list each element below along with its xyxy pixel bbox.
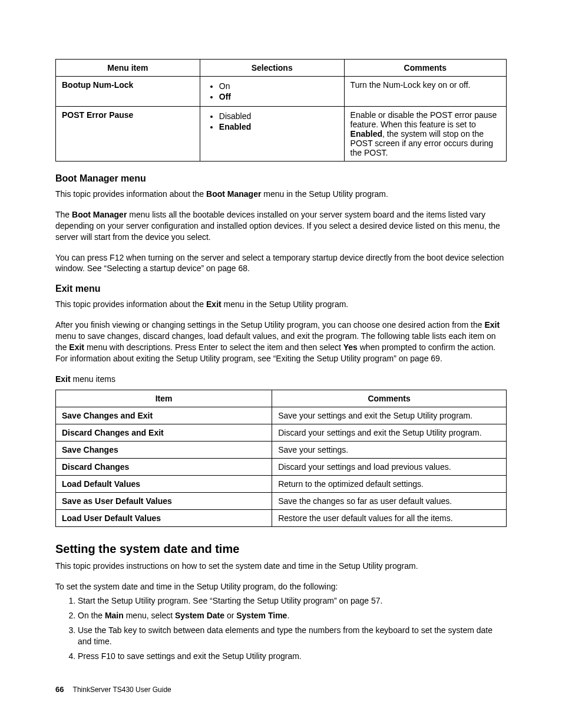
table-row: Discard ChangesDiscard your settings and…: [56, 458, 507, 475]
comments-cell: Save the changes so far as user default …: [272, 492, 507, 509]
menu-table: Menu item Selections Comments Bootup Num…: [55, 59, 507, 162]
paragraph: This topic provides information about th…: [55, 189, 507, 200]
document-page: Menu item Selections Comments Bootup Num…: [0, 0, 562, 728]
comments-cell: Discard your settings and load previous …: [272, 458, 507, 475]
comments-cell: Enable or disable the POST error pause f…: [344, 107, 506, 162]
section-heading-datetime: Setting the system date and time: [55, 542, 507, 556]
footer-title: ThinkServer TS430 User Guide: [73, 686, 171, 694]
table-row: Load Default ValuesReturn to the optimiz…: [56, 475, 507, 492]
table-caption: Exit menu items: [55, 374, 507, 385]
steps-list: Start the Setup Utility program. See “St…: [55, 595, 507, 661]
page-footer: 66 ThinkServer TS430 User Guide: [55, 685, 171, 694]
comments-cell: Restore the user default values for all …: [272, 509, 507, 526]
item-cell: Save Changes: [56, 441, 272, 458]
table-row: Load User Default ValuesRestore the user…: [56, 509, 507, 526]
table-header: Comments: [272, 390, 507, 407]
table-row: Save ChangesSave your settings.: [56, 441, 507, 458]
paragraph: This topic provides instructions on how …: [55, 561, 507, 572]
selections-cell: DisabledEnabled: [200, 107, 344, 162]
comments-cell: Discard your settings and exit the Setup…: [272, 424, 507, 441]
menu-item-cell: Bootup Num-Lock: [56, 77, 200, 107]
selection-option: Enabled: [219, 122, 338, 131]
selection-option: Off: [219, 92, 338, 101]
paragraph: This topic provides information about th…: [55, 299, 507, 310]
step-item: On the Main menu, select System Date or …: [78, 610, 507, 621]
paragraph: After you finish viewing or changing set…: [55, 319, 507, 364]
selection-option: On: [219, 81, 338, 91]
item-cell: Discard Changes and Exit: [56, 424, 272, 441]
table-row: Discard Changes and ExitDiscard your set…: [56, 424, 507, 441]
table-header: Item: [56, 390, 272, 407]
paragraph: To set the system date and time in the S…: [55, 581, 507, 592]
paragraph: You can press F12 when turning on the se…: [55, 252, 507, 275]
table-row: Save Changes and ExitSave your settings …: [56, 407, 507, 424]
step-item: Start the Setup Utility program. See “St…: [78, 595, 507, 607]
item-cell: Load User Default Values: [56, 509, 272, 526]
item-cell: Load Default Values: [56, 475, 272, 492]
comments-cell: Save your settings and exit the Setup Ut…: [272, 407, 507, 424]
table-row: POST Error PauseDisabledEnabledEnable or…: [56, 107, 507, 162]
table-header: Selections: [200, 60, 344, 77]
step-item: Press F10 to save settings and exit the …: [78, 651, 507, 662]
comments-cell: Save your settings.: [272, 441, 507, 458]
selections-cell: OnOff: [200, 77, 344, 107]
exit-menu-table: Item Comments Save Changes and ExitSave …: [55, 390, 507, 527]
paragraph: The Boot Manager menu lists all the boot…: [55, 209, 507, 243]
table-header: Comments: [344, 60, 506, 77]
section-heading-exit-menu: Exit menu: [55, 284, 507, 294]
step-item: Use the Tab key to switch between data e…: [78, 625, 507, 647]
item-cell: Save Changes and Exit: [56, 407, 272, 424]
menu-item-cell: POST Error Pause: [56, 107, 200, 162]
table-row: Bootup Num-LockOnOffTurn the Num-Lock ke…: [56, 77, 507, 107]
section-heading-boot-manager: Boot Manager menu: [55, 173, 507, 184]
table-header: Menu item: [56, 60, 200, 77]
item-cell: Discard Changes: [56, 458, 272, 475]
comments-cell: Return to the optimized default settings…: [272, 475, 507, 492]
table-row: Save as User Default ValuesSave the chan…: [56, 492, 507, 509]
comments-cell: Turn the Num-Lock key on or off.: [344, 77, 506, 107]
item-cell: Save as User Default Values: [56, 492, 272, 509]
page-number: 66: [55, 685, 64, 694]
selection-option: Disabled: [219, 111, 338, 121]
